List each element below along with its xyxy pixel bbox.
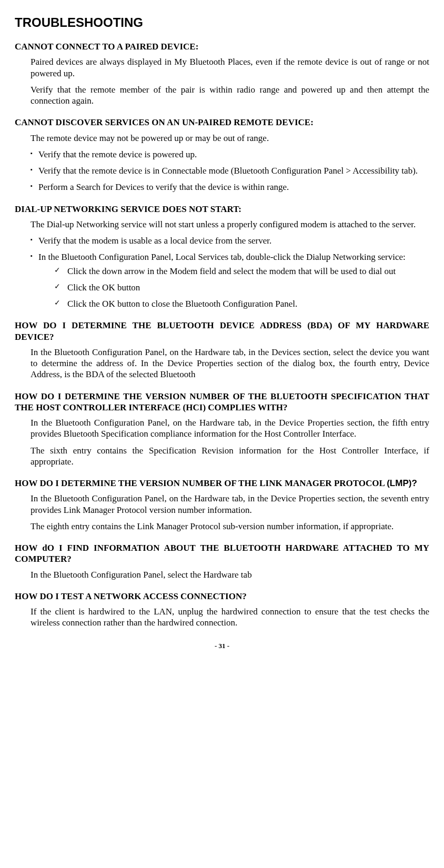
paragraph: In the Bluetooth Configuration Panel, on… <box>31 493 429 516</box>
list-item: Verify that the modem is usable as a loc… <box>31 235 429 246</box>
paragraph: The Dial-up Networking service will not … <box>31 219 429 230</box>
paragraph: Paired devices are always displayed in M… <box>31 56 429 79</box>
heading-text-part2: (LMP)? <box>387 478 417 488</box>
check-list: Click the down arrow in the Modem field … <box>38 266 429 310</box>
section-heading: HOW dO I FIND INFORMATION ABOUT THE BLUE… <box>15 542 429 565</box>
section-heading: HOW DO I DETERMINE THE VERSION NUMBER OF… <box>15 478 429 489</box>
page-title: TROUBLESHOOTING <box>15 15 429 31</box>
bullet-list: Verify that the modem is usable as a loc… <box>15 235 429 309</box>
list-item: Verify that the remote device is powered… <box>31 149 429 160</box>
section-heading: CANNOT CONNECT TO A PAIRED DEVICE: <box>15 41 429 52</box>
heading-text-part1: HOW DO I DETERMINE THE VERSION NUMBER OF… <box>15 478 387 488</box>
section-heading: CANNOT DISCOVER SERVICES ON AN UN-PAIRED… <box>15 117 429 128</box>
section-heading: HOW DO I DETERMINE THE VERSION NUMBER OF… <box>15 391 429 413</box>
section-heading: DIAL-UP NETWORKING SERVICE DOES NOT STAR… <box>15 204 429 215</box>
paragraph: The sixth entry contains the Specificati… <box>31 445 429 468</box>
paragraph: The remote device may not be powered up … <box>31 133 429 144</box>
list-item: Click the OK button to close the Bluetoo… <box>54 298 429 309</box>
bullet-list: Verify that the remote device is powered… <box>15 149 429 193</box>
list-item: Click the OK button <box>54 282 429 293</box>
page-number: - 31 - <box>15 642 429 650</box>
list-item: Click the down arrow in the Modem field … <box>54 266 429 277</box>
paragraph: In the Bluetooth Configuration Panel, se… <box>31 569 429 580</box>
section-heading: HOW DO I DETERMINE THE BLUETOOTH DEVICE … <box>15 320 429 342</box>
heading-text: HOW DO I DETERMINE THE VERSION NUMBER OF… <box>15 391 429 412</box>
section-heading: HOW DO I TEST A NETWORK ACCESS CONNECTIO… <box>15 591 429 602</box>
list-item-text: In the Bluetooth Configuration Panel, Lo… <box>38 252 406 262</box>
paragraph: The eighth entry contains the Link Manag… <box>31 521 429 532</box>
paragraph: Verify that the remote member of the pai… <box>31 84 429 107</box>
list-item: In the Bluetooth Configuration Panel, Lo… <box>31 251 429 309</box>
paragraph: If the client is hardwired to the LAN, u… <box>31 606 429 629</box>
list-item: Perform a Search for Devices to verify t… <box>31 181 429 193</box>
paragraph: In the Bluetooth Configuration Panel, on… <box>31 347 429 380</box>
heading-text: HOW DO I DETERMINE THE BLUETOOTH DEVICE … <box>15 320 429 341</box>
list-item: Verify that the remote device is in Conn… <box>31 165 429 176</box>
paragraph: In the Bluetooth Configuration Panel, on… <box>31 417 429 440</box>
